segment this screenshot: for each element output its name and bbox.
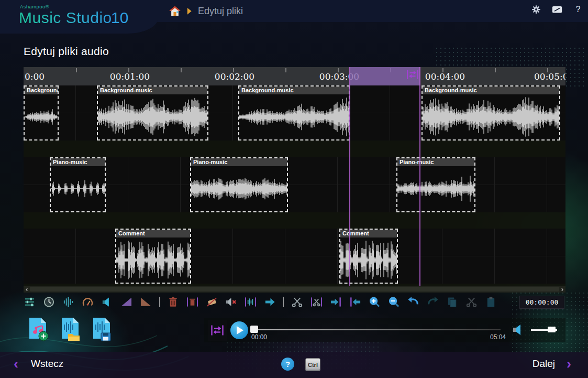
player-loop-icon[interactable] xyxy=(208,320,227,341)
audio-clip[interactable]: Piano-music xyxy=(396,157,475,212)
scrollbar-thumb[interactable] xyxy=(30,287,559,291)
audio-clip[interactable]: Background-music xyxy=(24,85,59,141)
audio-clip[interactable]: Comment xyxy=(339,229,398,284)
audio-clip[interactable]: Comment xyxy=(115,229,191,284)
undo-icon[interactable] xyxy=(407,296,419,308)
breadcrumb-chevron-icon xyxy=(186,7,192,15)
cut-icon[interactable] xyxy=(465,296,478,308)
breadcrumb-label: Edytuj pliki xyxy=(198,6,243,17)
next-label: Dalej xyxy=(532,358,555,370)
footer-nav: ‹ Wstecz ? Ctrl Dalej › xyxy=(0,352,588,378)
timeline: 0:0000:01:0000:02:0000:03:0000:04:0000:0… xyxy=(24,67,565,293)
audio-clip[interactable]: Background-music xyxy=(421,85,560,141)
timeline-ruler[interactable]: 0:0000:01:0000:02:0000:03:0000:04:0000:0… xyxy=(24,67,565,86)
trim-to-start-icon[interactable] xyxy=(330,296,342,308)
track-lane-3[interactable] xyxy=(24,229,565,284)
redo-icon[interactable] xyxy=(427,296,439,308)
chevron-right-icon: › xyxy=(567,357,571,371)
page-title: Edytuj pliki audio xyxy=(24,45,109,58)
playback-progress-track[interactable] xyxy=(256,329,501,330)
scroll-right-icon[interactable]: › xyxy=(561,287,563,292)
selection-end-line[interactable] xyxy=(419,67,420,286)
player-bar: 00:00 05:04 xyxy=(204,318,565,342)
fade-in-icon[interactable] xyxy=(120,296,132,308)
ruler-tick xyxy=(181,68,182,72)
app-logo: Ashampoo® Music Studio 10 xyxy=(0,0,158,34)
track-settings-icon[interactable] xyxy=(24,296,36,308)
edit-toolbar: 00:00:00 xyxy=(24,294,565,310)
footer-help-button[interactable]: ? xyxy=(281,358,294,371)
home-icon[interactable] xyxy=(169,5,181,17)
back-button[interactable]: ‹ Wstecz xyxy=(14,357,63,371)
clip-title: Piano-music xyxy=(51,158,105,166)
delete-selection-icon[interactable] xyxy=(186,296,198,308)
clip-waveform xyxy=(98,94,207,139)
volume-slider-handle[interactable] xyxy=(548,327,556,332)
mute-selection-icon[interactable] xyxy=(225,296,237,308)
ctrl-key-hint: Ctrl xyxy=(305,358,320,371)
scroll-left-icon[interactable]: ‹ xyxy=(26,287,28,292)
play-icon xyxy=(237,326,243,334)
ruler-tick xyxy=(495,68,496,72)
ruler-tick xyxy=(285,68,286,72)
time-stretch-icon[interactable] xyxy=(43,296,55,308)
clip-waveform xyxy=(25,94,58,139)
clip-waveform xyxy=(397,166,474,211)
audio-clip[interactable]: Piano-music xyxy=(190,157,288,212)
clip-waveform xyxy=(116,237,190,283)
ruler-time-label: 00:01:00 xyxy=(110,71,150,82)
fade-out-icon[interactable] xyxy=(140,296,152,308)
audio-clip[interactable]: Piano-music xyxy=(50,157,106,212)
brand-main-label: Music Studio xyxy=(19,9,112,27)
chevron-left-icon: ‹ xyxy=(14,357,18,371)
selection-start-line[interactable] xyxy=(349,67,350,286)
ruler-time-label: 00:05:0 xyxy=(534,71,565,82)
cursor-time-display: 00:00:00 xyxy=(519,296,564,309)
help-icon[interactable]: ? xyxy=(573,5,583,14)
breadcrumb: Edytuj pliki xyxy=(169,4,243,18)
play-button[interactable] xyxy=(230,321,248,339)
clip-title: Background-music xyxy=(98,87,207,94)
clip-title: Background-music xyxy=(423,87,559,94)
selection-wave-icon[interactable] xyxy=(245,296,257,308)
clip-waveform xyxy=(239,94,349,139)
audio-clip[interactable]: Background-music xyxy=(238,85,350,141)
clip-waveform xyxy=(423,94,559,139)
back-label: Wstecz xyxy=(31,358,63,370)
playback-current-time: 00:00 xyxy=(251,333,267,341)
copy-icon[interactable] xyxy=(446,296,458,308)
zoom-in-icon[interactable] xyxy=(369,296,381,308)
playback-total-time: 05:04 xyxy=(490,333,506,341)
next-button[interactable]: Dalej › xyxy=(532,357,571,371)
settings-gear-icon[interactable] xyxy=(531,5,541,14)
paste-icon[interactable] xyxy=(485,296,497,308)
loop-selection-icon[interactable] xyxy=(406,69,419,80)
add-audio-file-button[interactable] xyxy=(27,316,50,342)
volume-adjust-icon[interactable] xyxy=(101,296,113,308)
cut-selection-icon[interactable] xyxy=(310,296,323,308)
tempo-gauge-icon[interactable] xyxy=(82,296,94,308)
equalizer-icon[interactable] xyxy=(62,296,74,308)
delete-clip-icon[interactable] xyxy=(167,296,179,308)
playback-progress-handle[interactable] xyxy=(250,326,258,333)
ruler-time-label: 0:00 xyxy=(25,71,45,82)
ruler-tick xyxy=(76,68,77,72)
timeline-scrollbar[interactable]: ‹ › xyxy=(24,286,565,293)
audio-clip[interactable]: Background-music xyxy=(97,85,208,141)
volume-speaker-icon[interactable] xyxy=(512,324,526,336)
toolbar-separator xyxy=(159,297,160,307)
clip-title: Piano-music xyxy=(397,158,474,166)
clip-waveform xyxy=(191,166,287,211)
open-audio-file-button[interactable] xyxy=(59,316,82,342)
save-audio-file-button[interactable] xyxy=(90,316,113,342)
erase-selection-icon[interactable] xyxy=(206,296,218,308)
split-clip-icon[interactable] xyxy=(291,296,303,308)
trim-to-end-icon[interactable] xyxy=(349,296,361,308)
zoom-out-icon[interactable] xyxy=(388,296,400,308)
feedback-icon[interactable] xyxy=(552,5,562,14)
clip-title: Comment xyxy=(116,230,190,237)
insert-silence-icon[interactable] xyxy=(264,296,276,308)
header-actions: ? xyxy=(531,5,583,14)
ruler-time-label: 00:04:00 xyxy=(425,71,465,82)
toolbar-separator xyxy=(283,297,284,307)
